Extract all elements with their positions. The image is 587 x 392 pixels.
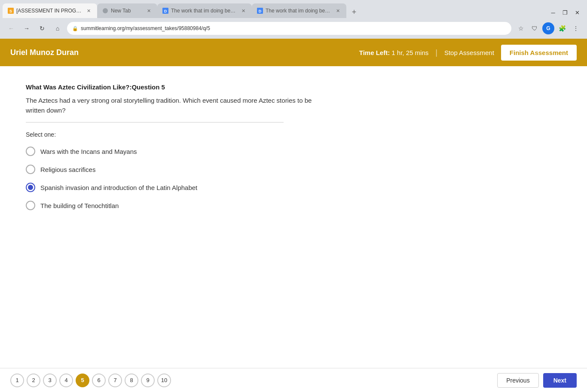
user-name: Uriel Munoz Duran [10,48,79,57]
bookmark-icon[interactable]: ☆ [515,22,527,34]
tab-close-doc2[interactable]: ✕ [334,7,341,14]
tab-title-assessment: [ASSESSMENT IN PROGRESS] [16,8,83,14]
option-1[interactable]: Wars with the Incans and Mayans [26,147,318,156]
profile-icon[interactable]: G [542,22,554,34]
tab-close-assessment[interactable]: ✕ [85,7,92,14]
radio-3[interactable] [26,183,35,192]
tab-title-newtab: New Tab [111,8,143,14]
select-label: Select one: [26,131,318,138]
url-security-icon: 🔒 [72,26,78,31]
tab-doc1[interactable]: D The work that im doing becau ✕ [157,3,252,18]
minimize-button[interactable]: ─ [547,7,559,18]
tab-favicon-assessment: S [8,8,14,14]
radio-1[interactable] [26,147,35,156]
menu-icon[interactable]: ⋮ [570,22,582,34]
time-left-value: 1 hr, 25 mins [391,49,428,56]
question-title: What Was Aztec Civilization Like?:Questi… [26,83,318,91]
tab-favicon-doc2: D [257,8,263,14]
tab-title-doc2: The work that im doing becau [266,8,332,14]
back-button[interactable]: ← [5,22,17,34]
home-button[interactable]: ⌂ [52,22,64,34]
reload-button[interactable]: ↻ [36,22,48,34]
radio-4[interactable] [26,201,35,210]
tab-close-doc1[interactable]: ✕ [240,7,247,14]
svg-text:D: D [259,9,262,13]
svg-text:S: S [9,9,12,13]
tab-newtab[interactable]: New Tab ✕ [97,3,157,18]
tab-assessment[interactable]: S [ASSESSMENT IN PROGRESS] ✕ [3,3,97,18]
question-body: The Aztecs had a very strong oral storyt… [26,96,318,115]
option-4[interactable]: The building of Tenochtitlan [26,201,318,210]
option-3[interactable]: Spanish invasion and introduction of the… [26,183,318,192]
finish-assessment-button[interactable]: Finish Assessment [501,45,577,61]
maximize-button[interactable]: ❐ [559,7,571,18]
tab-favicon-doc1: D [162,8,168,14]
url-text: summitlearning.org/my/assessment_takes/9… [81,25,506,31]
option-text-4: The building of Tenochtitlan [40,202,119,209]
svg-text:D: D [164,9,167,13]
option-text-1: Wars with the Incans and Mayans [40,148,137,155]
forward-button[interactable]: → [21,22,33,34]
main-content: What Was Aztec Civilization Like?:Questi… [0,66,344,227]
app-header: Uriel Munoz Duran Time Left: 1 hr, 25 mi… [0,39,587,66]
extensions-icon[interactable]: 🧩 [556,22,568,34]
stop-assessment-button[interactable]: Stop Assessment [444,49,494,56]
url-bar[interactable]: 🔒 summitlearning.org/my/assessment_takes… [67,22,511,35]
svg-point-2 [103,8,108,13]
tab-favicon-newtab [102,8,108,14]
option-2[interactable]: Religious sacrifices [26,165,318,174]
radio-3-inner [28,185,33,190]
option-text-3: Spanish invasion and introduction of the… [40,184,197,191]
time-left-label: Time Left: [359,49,390,56]
option-text-2: Religious sacrifices [40,166,95,173]
shield-icon[interactable]: 🛡 [529,22,541,34]
tab-title-doc1: The work that im doing becau [171,8,237,14]
radio-2[interactable] [26,165,35,174]
header-divider: | [435,48,437,57]
close-window-button[interactable]: ✕ [572,7,583,18]
tab-close-newtab[interactable]: ✕ [145,7,152,14]
address-bar: ← → ↻ ⌂ 🔒 summitlearning.org/my/assessme… [0,18,587,39]
time-left: Time Left: 1 hr, 25 mins [359,49,428,56]
new-tab-button[interactable]: + [348,6,360,18]
tab-doc2[interactable]: D The work that im doing becau ✕ [252,3,346,18]
options-list: Wars with the Incans and Mayans Religiou… [26,147,318,210]
question-divider [26,122,284,122]
